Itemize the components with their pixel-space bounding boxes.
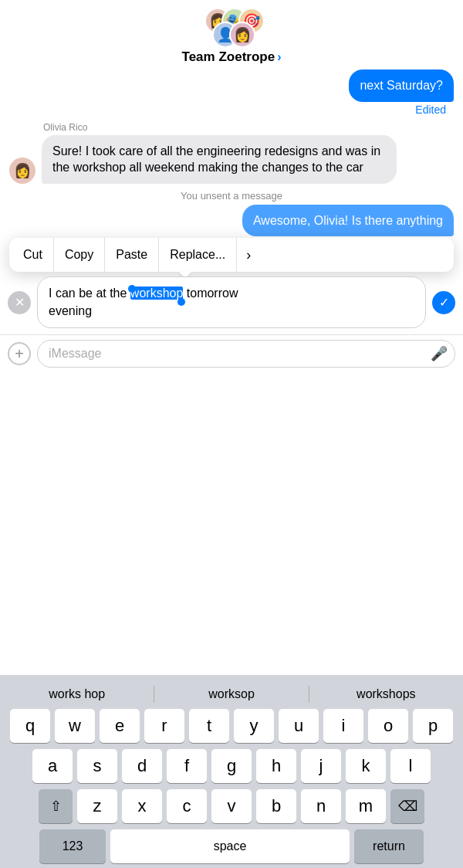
keyboard-row-1: q w e r t y u i o p — [0, 709, 463, 743]
key-z[interactable]: z — [77, 789, 117, 823]
key-t[interactable]: t — [189, 709, 229, 743]
edit-text-before: I can be at the — [49, 287, 130, 300]
key-u[interactable]: u — [279, 709, 319, 743]
key-x[interactable]: x — [122, 789, 162, 823]
context-menu-container: Cut Copy Paste Replace... › — [9, 238, 454, 272]
header-chevron-icon: › — [277, 50, 281, 64]
key-c[interactable]: c — [167, 789, 207, 823]
selection-cursor-right — [177, 298, 185, 306]
imessage-input[interactable]: iMessage — [37, 340, 455, 368]
chat-area: next Saturday? Edited 👩 Olivia Rico Sure… — [0, 70, 463, 236]
key-j[interactable]: j — [301, 749, 341, 783]
autocomplete-item-0[interactable]: works hop — [0, 686, 154, 703]
key-o[interactable]: o — [368, 709, 408, 743]
key-y[interactable]: y — [234, 709, 274, 743]
edit-selected-text: workshop — [130, 287, 183, 300]
edit-bubble[interactable]: I can be at the workshop tomorrowevening — [37, 276, 426, 328]
plus-icon: + — [15, 346, 24, 361]
imessage-input-row: + iMessage 🎤 — [0, 334, 463, 372]
key-b[interactable]: b — [256, 789, 296, 823]
backspace-key[interactable]: ⌫ — [390, 789, 424, 823]
group-title[interactable]: Team Zoetrope › — [182, 49, 282, 65]
key-r[interactable]: r — [144, 709, 184, 743]
edit-cancel-button[interactable]: ✕ — [8, 291, 31, 314]
autocomplete-item-2[interactable]: workshops — [309, 686, 463, 703]
key-d[interactable]: d — [122, 749, 162, 783]
key-v[interactable]: v — [211, 789, 252, 823]
edited-label: Edited — [9, 103, 454, 116]
imessage-input-wrap: iMessage 🎤 — [37, 340, 455, 368]
ctx-replace[interactable]: Replace... — [159, 238, 237, 272]
keyboard-bottom-row: 123 space return — [0, 829, 463, 868]
space-key[interactable]: space — [110, 829, 350, 863]
outgoing-message-text: next Saturday? — [360, 79, 443, 92]
edit-selection-wrap: workshop — [130, 287, 183, 300]
autocomplete-item-1[interactable]: worksop — [154, 686, 309, 703]
editing-message-text: Awesome, Olivia! Is there anything — [253, 214, 443, 227]
edit-send-icon: ✓ — [439, 295, 449, 310]
key-w[interactable]: w — [55, 709, 95, 743]
key-k[interactable]: k — [346, 749, 386, 783]
key-g[interactable]: g — [211, 749, 252, 783]
sender-name: Olivia Rico — [43, 122, 397, 133]
plus-button[interactable]: + — [8, 342, 31, 365]
key-m[interactable]: m — [346, 789, 386, 823]
key-a[interactable]: a — [32, 749, 73, 783]
key-l[interactable]: l — [390, 749, 431, 783]
editing-message-preview: Awesome, Olivia! Is there anything — [242, 205, 454, 237]
incoming-message-bubble: Sure! I took care of all the engineering… — [42, 135, 397, 184]
outgoing-message-bubble: next Saturday? — [349, 70, 454, 102]
autocomplete-row: works hop worksop workshops — [0, 681, 463, 709]
context-menu: Cut Copy Paste Replace... › — [9, 238, 454, 272]
key-e[interactable]: e — [100, 709, 140, 743]
key-s[interactable]: s — [77, 749, 117, 783]
shift-key[interactable]: ⇧ — [39, 789, 73, 823]
ctx-more-icon[interactable]: › — [237, 238, 260, 272]
ctx-copy[interactable]: Copy — [54, 238, 105, 272]
ctx-paste[interactable]: Paste — [105, 238, 159, 272]
unsent-label: You unsent a message — [9, 190, 454, 202]
edit-cancel-icon: ✕ — [15, 297, 25, 309]
key-i[interactable]: i — [323, 709, 363, 743]
imessage-placeholder: iMessage — [49, 347, 101, 360]
key-q[interactable]: q — [10, 709, 50, 743]
incoming-message-wrap: 👩 Olivia Rico Sure! I took care of all t… — [9, 122, 454, 184]
incoming-message-text: Sure! I took care of all the engineering… — [52, 144, 380, 175]
keyboard: works hop worksop workshops q w e r t y … — [0, 675, 463, 868]
avatar-group: 👩 🎭 🎯 👤 👩 — [204, 8, 259, 48]
group-name-label: Team Zoetrope — [182, 49, 275, 65]
ctx-cut[interactable]: Cut — [12, 238, 54, 272]
mic-icon[interactable]: 🎤 — [431, 345, 448, 362]
key-f[interactable]: f — [167, 749, 207, 783]
avatar-5: 👩 — [229, 22, 255, 48]
key-n[interactable]: n — [301, 789, 341, 823]
keyboard-row-3: ⇧ z x c v b n m ⌫ — [0, 789, 463, 823]
key-h[interactable]: h — [256, 749, 296, 783]
outgoing-message-wrap: next Saturday? — [9, 70, 454, 102]
editing-message-wrap: Awesome, Olivia! Is there anything — [9, 205, 454, 237]
key-p[interactable]: p — [413, 709, 453, 743]
chat-header: 👩 🎭 🎯 👤 👩 Team Zoetrope › — [0, 0, 463, 70]
edit-send-button[interactable]: ✓ — [432, 291, 455, 314]
sender-avatar: 👩 — [9, 158, 35, 184]
edit-row: ✕ I can be at the workshop tomorroweveni… — [0, 272, 463, 333]
incoming-message-content: Olivia Rico Sure! I took care of all the… — [42, 122, 397, 184]
return-key[interactable]: return — [354, 829, 424, 863]
num-key[interactable]: 123 — [39, 829, 106, 863]
keyboard-row-2: a s d f g h j k l — [0, 749, 463, 783]
